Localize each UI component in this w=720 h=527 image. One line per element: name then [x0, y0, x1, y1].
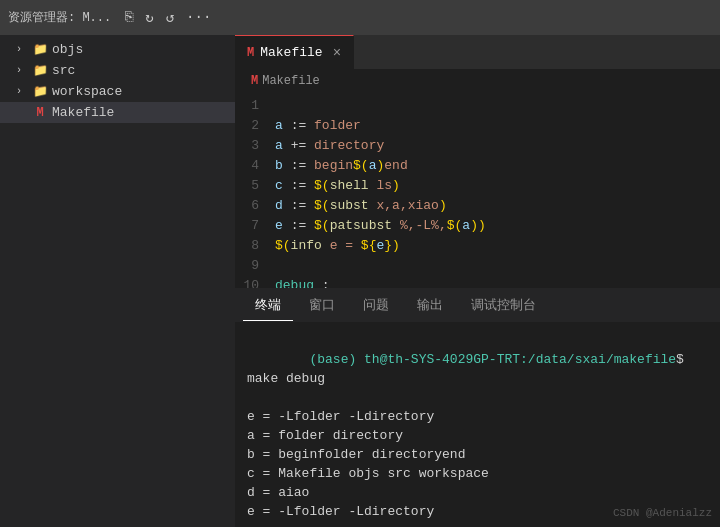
makefile-icon: M [32, 106, 48, 120]
line-content: a := folder [275, 116, 720, 136]
terminal-output-1: e = -Lfolder -Ldirectory [247, 407, 708, 426]
terminal-base: (base) th@th-SYS-4029GP-TRT [309, 352, 520, 367]
title-bar-text: 资源管理器: M... [8, 9, 111, 26]
code-line-9: 9 [235, 256, 720, 276]
terminal-output-5: d = aiao [247, 483, 708, 502]
terminal-prompt: (base) th@th-SYS-4029GP-TRT:/data/sxai/m… [247, 331, 708, 407]
sidebar-item-label: src [52, 63, 75, 78]
line-number: 5 [235, 176, 275, 196]
sidebar-item-workspace[interactable]: › 📁 workspace [0, 81, 235, 102]
line-number: 6 [235, 196, 275, 216]
tab-makefile[interactable]: M Makefile × [235, 35, 354, 69]
code-line-6: 6 d := $(subst x,a,xiao) [235, 196, 720, 216]
arrow-icon: › [16, 44, 28, 55]
code-line-5: 5 c := $(shell ls) [235, 176, 720, 196]
folder-icon: 📁 [32, 42, 48, 57]
sidebar-item-src[interactable]: › 📁 src [0, 60, 235, 81]
refresh-icon[interactable]: ↻ [141, 7, 157, 28]
code-line-4: 4 b := begin$(a)end [235, 156, 720, 176]
tab-problems[interactable]: 问题 [351, 290, 401, 320]
tab-terminal[interactable]: 终端 [243, 290, 293, 321]
line-content: b := begin$(a)end [275, 156, 720, 176]
line-number: 3 [235, 136, 275, 156]
watermark-text: CSDN @Adenialzz [613, 507, 712, 519]
line-content: e := $(patsubst %,-L%,$(a)) [275, 216, 720, 236]
title-bar-icons: ⎘ ↻ ↺ ··· [121, 7, 215, 28]
line-number: 9 [235, 256, 275, 276]
line-number: 4 [235, 156, 275, 176]
panel-tabs: 终端 窗口 问题 输出 调试控制台 [235, 288, 720, 323]
terminal-output-2: a = folder directory [247, 426, 708, 445]
copy-icon[interactable]: ⎘ [121, 7, 137, 28]
line-content: debug : [275, 276, 720, 288]
code-line-1: 1 [235, 96, 720, 116]
code-line-7: 7 e := $(patsubst %,-L%,$(a)) [235, 216, 720, 236]
tab-output[interactable]: 输出 [405, 290, 455, 320]
sidebar-item-label: objs [52, 42, 83, 57]
line-number: 7 [235, 216, 275, 236]
sidebar-item-makefile[interactable]: › M Makefile [0, 102, 235, 123]
title-bar: 资源管理器: M... ⎘ ↻ ↺ ··· [0, 0, 720, 35]
line-number: 2 [235, 116, 275, 136]
tab-debug-console[interactable]: 调试控制台 [459, 290, 548, 320]
terminal-dollar: $ [676, 352, 684, 367]
terminal-output-3: b = beginfolder directoryend [247, 445, 708, 464]
tab-close-button[interactable]: × [333, 45, 341, 61]
folder-icon: 📁 [32, 63, 48, 78]
folder-icon: 📁 [32, 84, 48, 99]
undo-icon[interactable]: ↺ [162, 7, 178, 28]
tab-label: Makefile [260, 45, 322, 60]
terminal-path: :/data/sxai/makefile [520, 352, 676, 367]
code-editor[interactable]: 1 2 a := folder 3 a += directory 4 b := … [235, 92, 720, 288]
line-content: c := $(shell ls) [275, 176, 720, 196]
sidebar-item-label: Makefile [52, 105, 114, 120]
line-number: 1 [235, 96, 275, 116]
line-content: $(info e = ${e}) [275, 236, 720, 256]
sidebar: › 📁 objs › 📁 src › 📁 workspace › M Makef… [0, 35, 235, 527]
terminal[interactable]: (base) th@th-SYS-4029GP-TRT:/data/sxai/m… [235, 323, 720, 527]
watermark: CSDN @Adenialzz [613, 507, 712, 519]
code-line-2: 2 a := folder [235, 116, 720, 136]
sidebar-item-objs[interactable]: › 📁 objs [0, 39, 235, 60]
breadcrumb: M Makefile [235, 70, 720, 92]
sidebar-item-label: workspace [52, 84, 122, 99]
code-line-8: 8 $(info e = ${e}) [235, 236, 720, 256]
code-line-3: 3 a += directory [235, 136, 720, 156]
tab-bar: M Makefile × [235, 35, 720, 70]
more-icon[interactable]: ··· [182, 7, 215, 28]
editor-area: M Makefile × M Makefile 1 2 a := folder … [235, 35, 720, 527]
arrow-icon: › [16, 86, 28, 97]
tab-file-icon: M [247, 46, 254, 60]
breadcrumb-file-icon: M [251, 74, 258, 88]
code-line-10: 10 debug : [235, 276, 720, 288]
arrow-icon: › [16, 65, 28, 76]
line-number: 8 [235, 236, 275, 256]
breadcrumb-filename: Makefile [262, 74, 320, 88]
line-content: d := $(subst x,a,xiao) [275, 196, 720, 216]
tab-window[interactable]: 窗口 [297, 290, 347, 320]
terminal-output-4: c = Makefile objs src workspace [247, 464, 708, 483]
main-layout: › 📁 objs › 📁 src › 📁 workspace › M Makef… [0, 35, 720, 527]
line-content: a += directory [275, 136, 720, 156]
line-number: 10 [235, 276, 275, 288]
